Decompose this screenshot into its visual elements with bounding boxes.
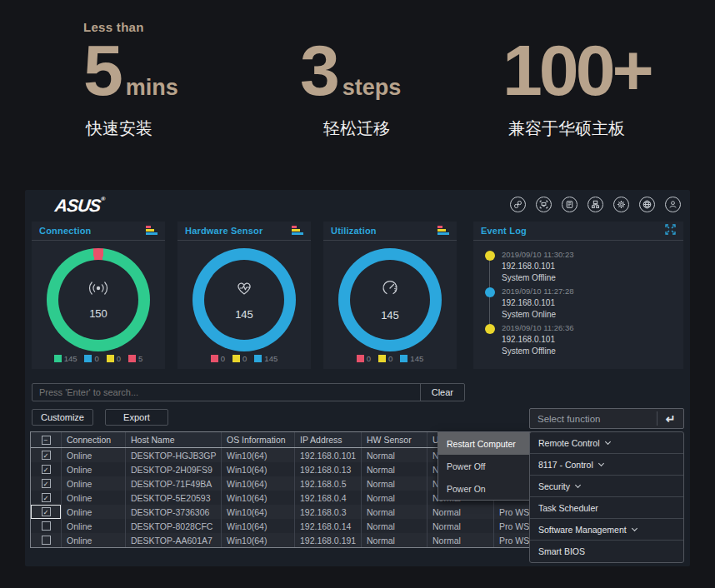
legend-color-chip bbox=[400, 355, 408, 362]
row-checkbox[interactable] bbox=[42, 536, 51, 545]
device-scan-icon[interactable] bbox=[536, 197, 552, 212]
row-checkbox[interactable] bbox=[42, 465, 51, 474]
select-all-checkbox[interactable] bbox=[42, 436, 51, 445]
cell-ip-address: 192.168.0.191 bbox=[295, 533, 362, 547]
event-status-dot bbox=[485, 324, 495, 334]
cell-ip-address: 192.168.0.3 bbox=[295, 505, 362, 519]
dashboard-window: ASUS® Connection 150 145005 bbox=[25, 190, 690, 566]
header-ip-address[interactable]: IP Address bbox=[295, 432, 362, 447]
header-host-name[interactable]: Host Name bbox=[126, 432, 222, 447]
cell-connection: Online bbox=[62, 491, 126, 505]
row-checkbox[interactable] bbox=[42, 479, 51, 488]
gear-icon[interactable] bbox=[613, 197, 629, 212]
server-icon[interactable] bbox=[562, 197, 578, 212]
function-menu-item[interactable]: Smart BIOS bbox=[530, 541, 683, 562]
chevron-down-icon bbox=[604, 439, 610, 445]
link-icon[interactable] bbox=[510, 197, 526, 212]
legend-item: 0 bbox=[232, 354, 247, 363]
header-connection[interactable]: Connection bbox=[62, 432, 126, 447]
cell-hw-sensor: Normal bbox=[362, 462, 428, 476]
select-all-checkbox-cell[interactable] bbox=[31, 432, 62, 447]
clear-button[interactable]: Clear bbox=[420, 384, 464, 401]
header-os-information[interactable]: OS Information bbox=[222, 432, 295, 447]
function-menu-item[interactable]: Task Scheduler bbox=[530, 497, 683, 519]
row-checkbox-cell[interactable] bbox=[31, 491, 62, 505]
row-checkbox[interactable] bbox=[42, 507, 51, 516]
table-row[interactable]: Online DESKTOP-AA601A7 Win10(64) 192.168… bbox=[31, 533, 531, 547]
table-row[interactable]: Online DESKTOP-8028CFC Win10(64) 192.168… bbox=[31, 519, 531, 533]
cell-connection: Online bbox=[62, 519, 126, 533]
cell-hw-sensor: Normal bbox=[362, 505, 428, 519]
bar-chart-icon[interactable] bbox=[292, 226, 303, 236]
function-menu-item[interactable]: Security bbox=[530, 476, 683, 497]
cell-motherboard: Pro WS X57 bbox=[494, 505, 531, 519]
legend-item: 5 bbox=[128, 354, 142, 363]
enter-icon[interactable]: ↵ bbox=[657, 411, 683, 426]
cell-os-information: Win10(64) bbox=[222, 476, 295, 491]
legend-item: 0 bbox=[84, 354, 98, 363]
cell-utilization: Normal bbox=[428, 519, 494, 533]
row-checkbox-cell[interactable] bbox=[31, 505, 62, 519]
legend-item: 145 bbox=[254, 354, 278, 363]
cell-host-name: DESKTOP-2H09FS9 bbox=[126, 462, 222, 476]
row-checkbox-cell[interactable] bbox=[31, 519, 62, 533]
hardware-sensor-donut-chart: 145 bbox=[192, 248, 296, 351]
row-checkbox-cell[interactable] bbox=[31, 462, 62, 476]
event-log-entry: 2019/09/10 11:26:36 192.168.0.101 System… bbox=[485, 323, 675, 360]
cell-connection: Online bbox=[62, 476, 126, 491]
network-icon[interactable] bbox=[588, 197, 603, 212]
legend-color-chip bbox=[84, 355, 92, 362]
row-checkbox-cell[interactable] bbox=[31, 533, 62, 547]
event-ip: 192.168.0.101 bbox=[502, 262, 675, 271]
legend-color-chip bbox=[211, 355, 218, 362]
bar-chart-icon[interactable] bbox=[438, 226, 449, 236]
table-row[interactable]: Online DESKTOP-3736306 Win10(64) 192.168… bbox=[31, 505, 531, 519]
stat-number: 100+ bbox=[502, 37, 651, 103]
event-status: System Online bbox=[502, 310, 675, 319]
event-log-entry: 2019/09/10 11:30:23 192.168.0.101 System… bbox=[485, 250, 675, 287]
event-timestamp: 2019/09/10 11:27:28 bbox=[502, 287, 675, 296]
row-checkbox[interactable] bbox=[42, 451, 51, 460]
row-checkbox-cell[interactable] bbox=[31, 476, 62, 491]
cell-os-information: Win10(64) bbox=[222, 505, 295, 519]
gauge-icon bbox=[380, 278, 400, 301]
bar-chart-icon[interactable] bbox=[146, 226, 158, 236]
utilization-legend: 00145 bbox=[323, 354, 457, 363]
row-checkbox[interactable] bbox=[42, 493, 51, 502]
cell-host-name: DESKTOP-5E20593 bbox=[126, 491, 222, 505]
customize-button[interactable]: Customize bbox=[32, 409, 93, 426]
cell-host-name: DESKTOP-71F49BA bbox=[126, 476, 222, 491]
utilization-panel: Utilization 145 00145 bbox=[323, 222, 457, 369]
legend-color-chip bbox=[378, 355, 386, 362]
event-ip: 192.168.0.101 bbox=[502, 335, 675, 344]
row-checkbox[interactable] bbox=[42, 521, 51, 531]
search-bar: Clear bbox=[32, 383, 465, 401]
cell-host-name: DESKTOP-8028CFC bbox=[126, 519, 222, 533]
panel-title: Utilization bbox=[331, 226, 377, 236]
asus-logo: ASUS® bbox=[54, 196, 105, 216]
legend-item: 0 bbox=[357, 354, 371, 363]
user-icon[interactable] bbox=[665, 197, 681, 212]
context-menu-item[interactable]: Power On bbox=[438, 477, 531, 500]
legend-color-chip bbox=[357, 355, 364, 362]
cell-os-information: Win10(64) bbox=[222, 491, 295, 505]
cell-os-information: Win10(64) bbox=[222, 519, 295, 533]
cell-host-name: DESKTOP-HGJB3GP bbox=[126, 448, 222, 462]
function-menu-item[interactable]: Remote Control bbox=[530, 432, 683, 454]
context-menu-item[interactable]: Restart Computer bbox=[438, 432, 531, 455]
globe-icon[interactable] bbox=[639, 197, 655, 212]
function-menu-item[interactable]: 8117 - Control bbox=[530, 454, 683, 476]
search-input[interactable] bbox=[32, 384, 420, 401]
event-status-dot bbox=[485, 251, 495, 261]
cell-connection: Online bbox=[62, 448, 126, 462]
header-hw-sensor[interactable]: HW Sensor bbox=[362, 432, 428, 447]
expand-icon[interactable] bbox=[665, 223, 676, 238]
export-button[interactable]: Export bbox=[105, 409, 168, 426]
stat-unit: mins bbox=[126, 75, 178, 101]
cell-hw-sensor: Normal bbox=[362, 533, 428, 547]
row-checkbox-cell[interactable] bbox=[31, 448, 62, 462]
context-menu-item[interactable]: Power Off bbox=[438, 455, 531, 477]
function-menu-item[interactable]: Software Management bbox=[530, 519, 683, 541]
cell-host-name: DESKTOP-AA601A7 bbox=[126, 533, 222, 547]
select-function-dropdown[interactable]: Select function ↵ bbox=[529, 408, 684, 429]
